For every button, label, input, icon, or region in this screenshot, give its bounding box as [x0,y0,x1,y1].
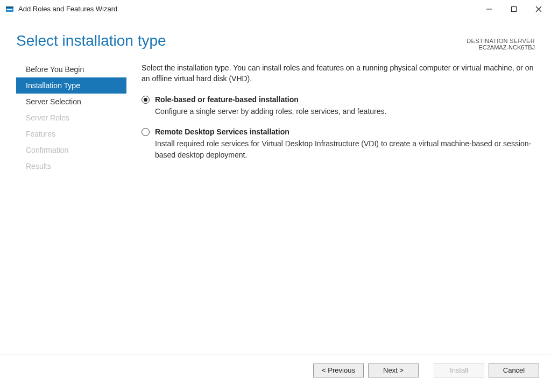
option-body: Role-based or feature-based installation… [155,94,535,117]
nav-features: Features [16,126,126,142]
svg-rect-2 [7,9,12,10]
footer: < Previous Next > Install Cancel [0,354,551,386]
nav-confirmation: Confirmation [16,142,126,158]
nav-before-you-begin[interactable]: Before You Begin [16,61,126,77]
option-description: Configure a single server by adding role… [155,106,535,117]
page-title: Select installation type [16,32,535,49]
nav-server-selection[interactable]: Server Selection [16,94,126,110]
svg-rect-4 [512,6,517,11]
wizard-icon [5,5,14,13]
option-description: Install required role services for Virtu… [155,138,535,160]
option-remote-desktop[interactable]: Remote Desktop Services installation Ins… [142,126,535,160]
destination-name: EC2AMAZ-NCK6TBJ [467,44,535,51]
sidebar: Before You Begin Installation Type Serve… [16,59,126,354]
svg-rect-1 [6,6,13,8]
option-role-based[interactable]: Role-based or feature-based installation… [142,94,535,117]
option-title: Remote Desktop Services installation [155,126,535,137]
intro-text: Select the installation type. You can in… [142,62,535,84]
nav-results: Results [16,158,126,174]
content-area: Select the installation type. You can in… [126,59,535,354]
radio-role-based[interactable] [142,96,150,104]
close-button[interactable] [526,0,551,18]
minimize-button[interactable] [477,0,501,18]
destination-label: DESTINATION SERVER [467,38,535,44]
destination-block: DESTINATION SERVER EC2AMAZ-NCK6TBJ [467,38,535,51]
next-button[interactable]: Next > [368,364,419,377]
install-button: Install [434,364,484,377]
window-title: Add Roles and Features Wizard [18,5,477,13]
previous-button[interactable]: < Previous [313,364,364,377]
window-controls [477,0,551,18]
maximize-button[interactable] [501,0,526,18]
titlebar: Add Roles and Features Wizard [0,0,551,18]
nav-installation-type[interactable]: Installation Type [16,77,126,94]
header: Select installation type DESTINATION SER… [0,18,551,59]
option-title: Role-based or feature-based installation [155,94,535,105]
cancel-button[interactable]: Cancel [489,364,539,377]
nav-server-roles: Server Roles [16,110,126,126]
wizard-body: Before You Begin Installation Type Serve… [0,59,551,354]
radio-remote-desktop[interactable] [142,128,150,136]
option-body: Remote Desktop Services installation Ins… [155,126,535,160]
